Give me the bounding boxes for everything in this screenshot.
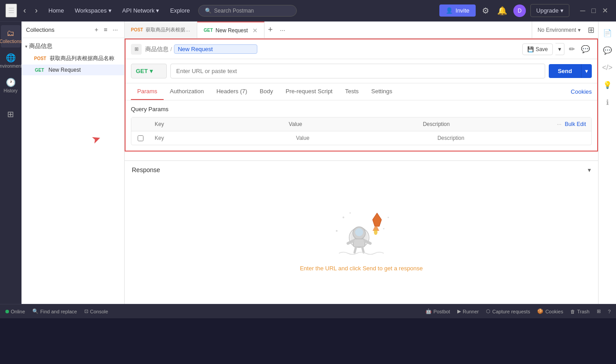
sidebar-item-mock[interactable]: ⊞ [1,106,21,123]
more-collections-button[interactable]: ··· [111,25,120,34]
method-value: GET [136,68,148,74]
nav-home[interactable]: Home [44,4,69,17]
collections-icon: 🗂 [7,29,15,38]
topbar-right: 👤 Invite ⚙ 🔔 D Upgrade ▾ ─ □ ✕ [439,4,611,17]
console-label: Console [90,309,108,314]
runner-button[interactable]: ▶ Runner [457,308,479,314]
add-tab-button[interactable]: + [265,25,277,35]
tab-method-get: GET [204,28,213,33]
response-header: Response ▾ [132,166,591,173]
menu-icon[interactable]: ☰ [5,4,17,17]
back-button[interactable]: ‹ [21,4,29,17]
row-checkbox-input[interactable] [138,135,143,141]
row-checkbox[interactable] [131,131,149,145]
sort-collections-button[interactable]: ≡ [102,25,109,34]
avatar[interactable]: D [513,4,526,17]
right-doc-icon[interactable]: 📄 [601,25,614,41]
tab-tests[interactable]: Tests [339,83,365,100]
forward-button[interactable]: › [32,4,40,17]
help-icon: ? [608,309,611,314]
right-idea-icon[interactable]: 💡 [601,77,614,93]
sidebar-item-environments[interactable]: 🌐 Environments [1,49,21,72]
folder-header[interactable]: ▾ 商品信息 [22,40,124,52]
key-input[interactable] [149,131,291,145]
tab-post-request[interactable]: POST 获取商品列表根据商品名称 [125,22,197,38]
request-container: ⊞ 商品信息 / 💾 Save ▾ ✏ 💬 [125,39,598,152]
postbot-button[interactable]: 🤖 Postbot [425,308,450,314]
tab-authorization[interactable]: Authorization [164,83,210,100]
nav-explore[interactable]: Explore [165,4,194,17]
tab-close-icon[interactable]: ✕ [252,27,258,34]
notification-icon[interactable]: 🔔 [495,4,509,17]
right-comment-icon[interactable]: 💬 [601,43,614,58]
bulk-edit-link[interactable]: Bulk Edit [565,121,586,127]
send-dropdown-button[interactable]: ▾ [581,64,592,78]
search-bar[interactable]: 🔍 Search Postman [198,5,297,17]
tab-headers[interactable]: Headers (7) [210,83,254,100]
response-collapse-button[interactable]: ▾ [588,166,591,173]
upgrade-button[interactable]: Upgrade ▾ [530,4,569,17]
right-code-icon[interactable]: </> [600,60,614,75]
nav-api-network[interactable]: API Network ▾ [118,4,164,17]
rocket-illustration [330,204,393,258]
online-dot [5,310,9,313]
comment-icon[interactable]: 💬 [579,43,592,55]
tab-pre-request-script[interactable]: Pre-request Script [279,83,339,100]
folder-arrow-icon: ▾ [25,44,27,49]
grid-layout-button[interactable]: ⊞ [597,308,601,314]
request-name-input[interactable] [174,44,257,54]
send-button[interactable]: Send [549,64,581,78]
capture-requests-button[interactable]: ⬡ Capture requests [486,308,530,314]
close-button[interactable]: ✕ [599,5,611,16]
header-key: Key [149,117,283,131]
tab-body[interactable]: Body [253,83,279,100]
trash-button[interactable]: 🗑 Trash [570,309,590,314]
cookies-status-button[interactable]: 🍪 Cookies [537,308,563,314]
add-collection-button[interactable]: + [93,25,100,34]
edit-icon[interactable]: ✏ [567,43,577,55]
tab-settings[interactable]: Settings [365,83,399,100]
collections-panel: Collections + ≡ ··· ▾ 商品信息 POST 获取商品列表根据… [22,22,125,304]
minimize-button[interactable]: ─ [577,5,588,16]
response-empty: Enter the URL and click Send to get a re… [132,177,591,299]
sidebar-icons: 🗂 Collections 🌐 Environments 🕐 History ⊞ [0,22,22,304]
tab-get-new-request[interactable]: GET New Request ✕ [197,22,265,38]
settings-icon[interactable]: ⚙ [480,4,491,17]
console-button[interactable]: ⊡ Console [84,308,108,314]
maximize-button[interactable]: □ [589,5,599,16]
environment-selector[interactable]: No Environment ▾ [532,22,586,38]
svg-point-3 [355,228,363,236]
layout-toggle-button[interactable]: ⊞ [586,23,596,37]
nav-links: Home Workspaces ▾ API Network ▾ Explore [44,4,195,17]
svg-line-8 [362,247,364,252]
value-input[interactable] [291,131,432,145]
method-selector[interactable]: GET ▾ [131,64,167,78]
sidebar-item-collections[interactable]: 🗂 Collections [1,25,21,48]
sidebar-item-history[interactable]: 🕐 History [1,74,21,97]
url-input[interactable] [170,64,545,78]
nav-workspaces[interactable]: Workspaces ▾ [70,4,116,17]
save-button[interactable]: 💾 Save [522,43,553,55]
request-area: ⊞ 商品信息 / 💾 Save ▾ ✏ 💬 [125,39,598,304]
description-input[interactable] [432,131,573,145]
save-icon: 💾 [527,46,534,52]
response-title: Response [132,166,160,173]
svg-point-14 [388,217,389,218]
collection-item-0[interactable]: POST 获取商品列表根据商品名称 [22,52,124,65]
invite-button[interactable]: 👤 Invite [439,4,476,17]
status-online[interactable]: Online [5,309,25,314]
cookies-link[interactable]: Cookies [571,84,592,100]
collection-item-1[interactable]: GET New Request [22,65,124,75]
params-row-1 [131,131,591,145]
right-info-icon[interactable]: ℹ [604,95,611,110]
save-dropdown-button[interactable]: ▾ [555,43,564,55]
tab-params[interactable]: Params [131,83,164,100]
query-params-title: Query Params [131,106,592,113]
find-replace-button[interactable]: 🔍 Find and replace [32,308,77,314]
more-tabs-button[interactable]: ··· [276,26,289,34]
request-header: ⊞ 商品信息 / 💾 Save ▾ ✏ 💬 [126,39,597,59]
env-chevron-icon: ▾ [578,27,581,33]
runner-label: Runner [463,309,479,314]
method-badge-post: POST [32,56,48,61]
help-button[interactable]: ? [608,309,611,314]
